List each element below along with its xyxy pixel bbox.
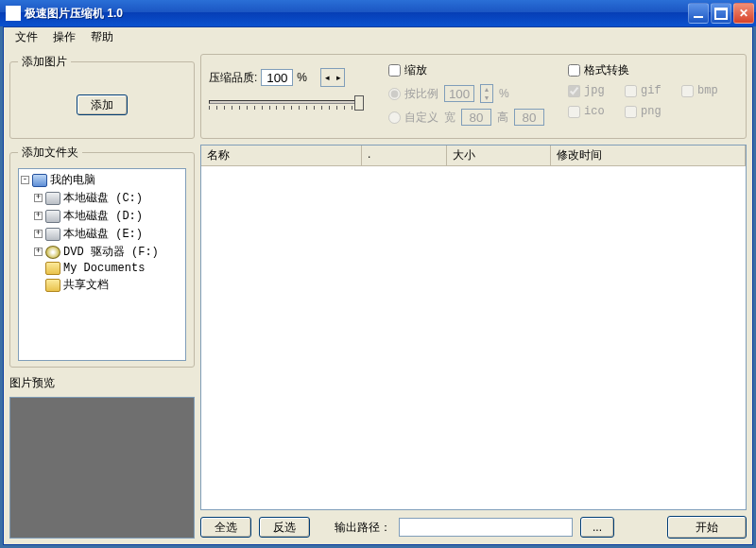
tree-node-label: 本地磁盘 (E:) <box>63 226 143 242</box>
folder-tree[interactable]: - 我的电脑 +本地磁盘 (C:)+本地磁盘 (D:)+本地磁盘 (E:)+DV… <box>18 168 186 361</box>
menu-help[interactable]: 帮助 <box>83 27 121 47</box>
quality-slider-thumb[interactable] <box>354 95 364 111</box>
scale-height-label: 高 <box>497 110 508 126</box>
format-bmp-checkbox[interactable] <box>681 85 694 97</box>
add-button[interactable]: 添加 <box>77 94 128 115</box>
quality-slider[interactable] <box>209 100 360 104</box>
format-enable[interactable]: 格式转换 <box>568 62 738 78</box>
preview-label: 图片预览 <box>9 375 195 391</box>
output-path-label: 输出路径： <box>335 520 391 536</box>
format-ico-checkbox[interactable] <box>568 106 580 118</box>
bottom-bar: 全选 反选 输出路径： ... 开始 <box>200 516 747 539</box>
scale-width-input[interactable] <box>461 109 491 126</box>
tree-node[interactable]: 共享文档 <box>34 276 183 294</box>
settings-group: 压缩品质: % ◂ ▸ <box>200 54 747 139</box>
scale-custom-radio[interactable] <box>388 111 401 124</box>
listview-header: 名称.大小修改时间 <box>201 146 746 166</box>
titlebar: 极速图片压缩机 1.0 <box>0 0 756 26</box>
scale-custom-label: 自定义 <box>404 110 438 126</box>
quality-slider-ticks <box>209 106 360 110</box>
quality-spin-down[interactable]: ▸ <box>333 69 344 86</box>
menu-action[interactable]: 操作 <box>45 27 83 47</box>
scale-enable-label: 缩放 <box>404 62 427 78</box>
quality-spin-up[interactable]: ◂ <box>321 69 333 86</box>
tree-node-label: My Documents <box>63 262 145 275</box>
expander-icon[interactable]: + <box>34 212 43 220</box>
add-image-group: 添加图片 添加 <box>9 54 195 139</box>
tree-root[interactable]: - 我的电脑 <box>21 171 183 189</box>
format-section: 格式转换 jpg gif bmp ico png <box>568 62 738 118</box>
scale-enable[interactable]: 缩放 <box>388 62 551 78</box>
tree-node[interactable]: +DVD 驱动器 (F:) <box>34 243 183 261</box>
format-gif[interactable]: gif <box>625 84 681 97</box>
invert-select-button[interactable]: 反选 <box>259 517 310 538</box>
scale-ratio-up[interactable]: ▲ <box>481 85 492 94</box>
listview-column-header[interactable]: 名称 <box>201 146 362 165</box>
expander-icon[interactable]: + <box>34 230 43 238</box>
file-listview[interactable]: 名称.大小修改时间 <box>200 145 747 510</box>
scale-width-label: 宽 <box>444 110 455 126</box>
quality-section: 压缩品质: % ◂ ▸ <box>209 62 371 110</box>
output-path-input[interactable] <box>399 518 573 537</box>
quality-percent: % <box>297 71 307 84</box>
expander-icon[interactable]: + <box>34 194 43 202</box>
format-jpg[interactable]: jpg <box>568 84 625 97</box>
window-controls <box>688 3 754 24</box>
listview-column-header[interactable]: 大小 <box>447 146 551 165</box>
folder-icon <box>45 279 60 292</box>
listview-body[interactable] <box>201 166 746 509</box>
app-icon <box>6 6 21 21</box>
scale-height-input[interactable] <box>514 109 544 126</box>
scale-ratio-input[interactable] <box>444 85 474 102</box>
format-ico[interactable]: ico <box>568 105 625 118</box>
scale-enable-checkbox[interactable] <box>388 64 401 77</box>
format-jpg-checkbox[interactable] <box>568 85 580 97</box>
scale-ratio-spinner: ▲ ▼ <box>480 84 493 103</box>
tree-node[interactable]: My Documents <box>34 261 183 276</box>
tree-node[interactable]: +本地磁盘 (D:) <box>34 207 183 225</box>
quality-spinner: ◂ ▸ <box>320 68 345 87</box>
scale-ratio-percent: % <box>499 87 509 100</box>
tree-node[interactable]: +本地磁盘 (C:) <box>34 189 183 207</box>
select-all-button[interactable]: 全选 <box>200 517 251 538</box>
expander-icon[interactable]: + <box>34 248 43 256</box>
scale-custom[interactable]: 自定义 <box>388 110 438 126</box>
maximize-button[interactable] <box>711 3 731 24</box>
tree-node-label: DVD 驱动器 (F:) <box>63 244 159 260</box>
browse-button[interactable]: ... <box>580 517 614 538</box>
folder-icon <box>45 262 60 275</box>
tree-node[interactable]: +本地磁盘 (E:) <box>34 225 183 243</box>
expander-icon[interactable]: - <box>21 176 29 184</box>
client-area: 文件 操作 帮助 添加图片 添加 压缩品质: % ◂ ▸ <box>3 26 753 545</box>
format-enable-checkbox[interactable] <box>568 64 580 77</box>
preview-pane <box>9 397 195 539</box>
window-title: 极速图片压缩机 1.0 <box>25 6 688 22</box>
tree-node-label: 共享文档 <box>63 277 109 293</box>
scale-section: 缩放 按比例 ▲ ▼ % <box>388 62 551 126</box>
format-enable-label: 格式转换 <box>584 62 629 78</box>
format-png-checkbox[interactable] <box>625 106 637 118</box>
menubar: 文件 操作 帮助 <box>4 27 752 48</box>
close-button[interactable] <box>733 3 754 24</box>
scale-ratio-down[interactable]: ▼ <box>481 94 492 102</box>
format-jpg-label: jpg <box>584 84 605 97</box>
scale-by-ratio-radio[interactable] <box>388 88 401 100</box>
left-column: 添加文件夹 - 我的电脑 +本地磁盘 (C:)+本地磁盘 (D:)+本地磁盘 (… <box>9 145 195 539</box>
dvd-icon <box>45 246 60 259</box>
folder-group: 添加文件夹 - 我的电脑 +本地磁盘 (C:)+本地磁盘 (D:)+本地磁盘 (… <box>9 145 195 368</box>
drive-icon <box>45 192 60 205</box>
start-button[interactable]: 开始 <box>667 516 747 539</box>
minimize-button[interactable] <box>688 3 709 24</box>
format-bmp[interactable]: bmp <box>681 84 738 97</box>
drive-icon <box>45 228 60 241</box>
quality-input[interactable] <box>261 69 293 86</box>
format-png[interactable]: png <box>625 105 681 118</box>
listview-column-header[interactable]: . <box>362 146 447 165</box>
content: 添加图片 添加 压缩品质: % ◂ ▸ <box>4 48 752 544</box>
folder-legend: 添加文件夹 <box>18 145 82 161</box>
scale-by-ratio[interactable]: 按比例 <box>388 86 438 102</box>
listview-column-header[interactable]: 修改时间 <box>551 146 746 165</box>
add-image-legend: 添加图片 <box>18 54 71 70</box>
format-gif-checkbox[interactable] <box>625 85 637 97</box>
menu-file[interactable]: 文件 <box>8 27 45 47</box>
